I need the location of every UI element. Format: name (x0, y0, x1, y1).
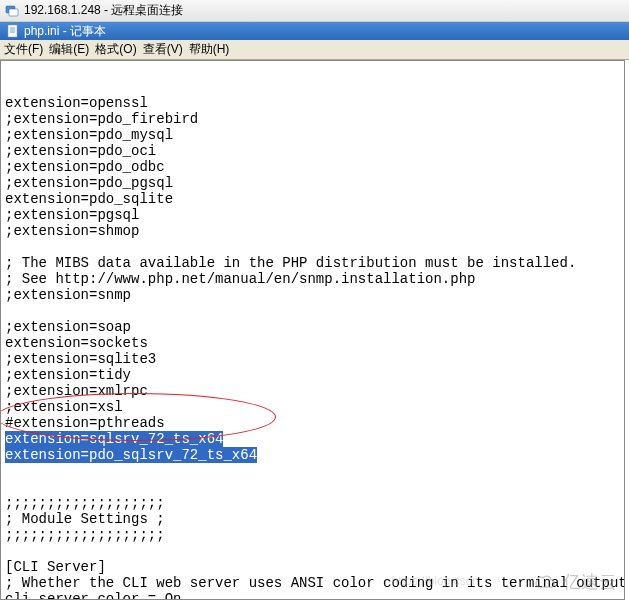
menu-edit[interactable]: 编辑(E) (49, 41, 89, 58)
editor-line-highlighted: extension=sqlsrv_72_ts_x64 (5, 431, 620, 447)
editor-line: ; Whether the CLI web server uses ANSI c… (5, 575, 620, 591)
window-title-bar: php.ini - 记事本 (0, 22, 629, 40)
menu-bar: 文件(F) 编辑(E) 格式(O) 查看(V) 帮助(H) (0, 40, 629, 60)
editor-line: extension=sockets (5, 335, 620, 351)
editor-line: ; The MIBS data available in the PHP dis… (5, 255, 620, 271)
editor-line: ;extension=pdo_oci (5, 143, 620, 159)
editor-line: ;extension=pdo_mysql (5, 127, 620, 143)
svg-rect-2 (8, 25, 17, 37)
editor-line: extension=openssl (5, 95, 620, 111)
editor-line (5, 463, 620, 479)
editor-line (5, 239, 620, 255)
editor-line: ;;;;;;;;;;;;;;;;;;; (5, 527, 620, 543)
editor-line: extension=pdo_sqlite (5, 191, 620, 207)
editor-line: ;extension=shmop (5, 223, 620, 239)
editor-line (5, 303, 620, 319)
editor-line: ;extension=pdo_firebird (5, 111, 620, 127)
menu-file[interactable]: 文件(F) (4, 41, 43, 58)
editor-line: ;extension=pdo_pgsql (5, 175, 620, 191)
editor-line: ;extension=xmlrpc (5, 383, 620, 399)
svg-rect-1 (9, 9, 18, 16)
rdp-connection-bar: 192.168.1.248 - 远程桌面连接 (0, 0, 629, 22)
window-title: php.ini - 记事本 (24, 23, 106, 40)
text-editor-area[interactable]: extension=openssl;extension=pdo_firebird… (0, 60, 625, 600)
editor-line: ;extension=sqlite3 (5, 351, 620, 367)
editor-line: ;extension=xsl (5, 399, 620, 415)
editor-line: ;;;;;;;;;;;;;;;;;;; (5, 495, 620, 511)
menu-format[interactable]: 格式(O) (95, 41, 136, 58)
editor-line: ; See http://www.php.net/manual/en/snmp.… (5, 271, 620, 287)
editor-line (5, 543, 620, 559)
rdp-icon (4, 3, 20, 19)
editor-line: [CLI Server] (5, 559, 620, 575)
editor-line: ; Module Settings ; (5, 511, 620, 527)
menu-help[interactable]: 帮助(H) (189, 41, 230, 58)
menu-view[interactable]: 查看(V) (143, 41, 183, 58)
editor-line (5, 479, 620, 495)
editor-line: ;extension=snmp (5, 287, 620, 303)
editor-line: cli_server.color = On (5, 591, 620, 600)
editor-line: ;extension=pdo_odbc (5, 159, 620, 175)
editor-line: ;extension=pgsql (5, 207, 620, 223)
editor-line: #extension=pthreads (5, 415, 620, 431)
notepad-icon (6, 24, 20, 38)
editor-line-highlighted: extension=pdo_sqlsrv_72_ts_x64 (5, 447, 620, 463)
editor-line: ;extension=tidy (5, 367, 620, 383)
rdp-address: 192.168.1.248 - 远程桌面连接 (24, 2, 183, 19)
editor-line: ;extension=soap (5, 319, 620, 335)
